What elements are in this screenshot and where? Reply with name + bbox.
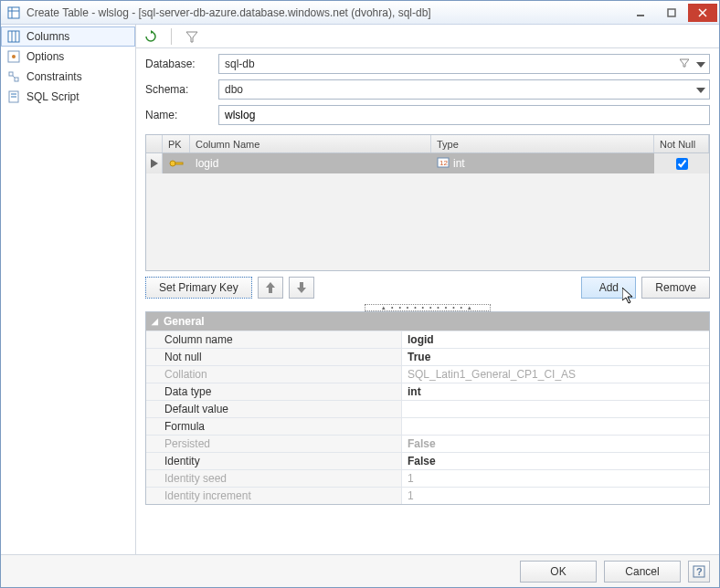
property-value[interactable]: True: [402, 349, 709, 365]
property-name: Identity: [146, 453, 402, 469]
name-input[interactable]: [218, 105, 710, 125]
constraints-icon: [6, 69, 21, 84]
add-button[interactable]: Add: [581, 277, 636, 299]
grid-header-type[interactable]: Type: [431, 135, 654, 152]
svg-rect-0: [8, 7, 19, 18]
svg-marker-19: [186, 32, 197, 42]
svg-rect-25: [175, 163, 183, 164]
remove-button[interactable]: Remove: [641, 277, 710, 299]
grid-cell-notnull[interactable]: [654, 153, 709, 173]
cancel-button[interactable]: Cancel: [604, 561, 681, 583]
schema-label: Schema:: [145, 83, 218, 96]
move-down-button[interactable]: [289, 277, 314, 299]
svg-marker-20: [680, 59, 689, 67]
svg-point-24: [170, 161, 175, 166]
property-row[interactable]: Column namelogid: [146, 331, 709, 348]
sql-icon: [6, 89, 21, 104]
cursor-icon: [622, 288, 637, 307]
property-value[interactable]: [402, 418, 709, 435]
svg-rect-12: [9, 72, 13, 76]
columns-icon: [6, 29, 21, 44]
svg-text:?: ?: [696, 566, 703, 577]
database-label: Database:: [145, 58, 218, 70]
property-row[interactable]: Not nullTrue: [146, 348, 709, 365]
property-value[interactable]: 1: [402, 470, 709, 487]
grid-header-name[interactable]: Column Name: [190, 135, 431, 152]
property-row[interactable]: Identity increment1: [146, 487, 709, 504]
columns-grid: PK Column Name Type Not Null logid 12 in…: [145, 134, 710, 271]
property-value[interactable]: [402, 401, 709, 417]
property-value[interactable]: False: [402, 436, 709, 452]
sidebar-item-label: Options: [26, 50, 64, 63]
property-row[interactable]: IdentityFalse: [146, 452, 709, 469]
svg-marker-30: [622, 288, 632, 303]
grid-header-notnull[interactable]: Not Null: [654, 135, 709, 152]
sidebar-item-label: Constraints: [26, 70, 82, 83]
svg-marker-23: [151, 159, 158, 168]
property-value[interactable]: 1: [402, 488, 709, 504]
property-row[interactable]: Default value: [146, 400, 709, 417]
property-name: Data type: [146, 383, 402, 400]
property-name: Column name: [146, 331, 402, 348]
help-button[interactable]: ?: [688, 561, 710, 583]
footer: OK Cancel ?: [1, 554, 719, 587]
property-value[interactable]: logid: [402, 331, 709, 348]
svg-rect-7: [8, 31, 19, 42]
svg-marker-21: [696, 62, 705, 68]
collapse-icon: ◢: [152, 317, 158, 326]
svg-rect-4: [668, 9, 675, 16]
maximize-button[interactable]: [657, 4, 686, 22]
chevron-down-icon[interactable]: [696, 83, 705, 96]
grid-cell-type[interactable]: 12 int: [431, 157, 654, 171]
row-caret-icon: [146, 153, 163, 173]
close-button[interactable]: [688, 4, 717, 22]
sidebar-item-options[interactable]: Options: [1, 47, 135, 67]
refresh-button[interactable]: [142, 27, 160, 46]
property-name: Identity increment: [146, 488, 402, 504]
svg-marker-29: [297, 282, 306, 293]
filter-button[interactable]: [183, 27, 201, 46]
schema-select[interactable]: dbo: [218, 79, 710, 100]
property-row[interactable]: PersistedFalse: [146, 435, 709, 452]
grid-header-pk[interactable]: PK: [163, 135, 190, 152]
filter-icon[interactable]: [680, 58, 689, 70]
name-label: Name:: [145, 109, 218, 121]
property-value[interactable]: SQL_Latin1_General_CP1_CI_AS: [402, 366, 709, 383]
notnull-checkbox[interactable]: [676, 158, 688, 170]
toolbar: [136, 25, 719, 48]
window-title: Create Table - wlslog - [sql-server-db-a…: [26, 6, 624, 19]
set-primary-key-button[interactable]: Set Primary Key: [145, 277, 252, 299]
property-name: Identity seed: [146, 470, 402, 487]
sidebar-item-constraints[interactable]: Constraints: [1, 67, 135, 87]
property-value[interactable]: int: [402, 383, 709, 400]
move-up-button[interactable]: [258, 277, 283, 299]
property-value[interactable]: False: [402, 453, 709, 469]
database-select[interactable]: sql-db: [218, 54, 710, 74]
titlebar: Create Table - wlslog - [sql-server-db-a…: [1, 1, 719, 25]
property-row[interactable]: Identity seed1: [146, 469, 709, 487]
property-name: Formula: [146, 418, 402, 435]
property-row[interactable]: Data typeint: [146, 383, 709, 400]
ok-button[interactable]: OK: [520, 561, 597, 583]
property-name: Not null: [146, 349, 402, 365]
sidebar-item-columns[interactable]: Columns: [1, 26, 135, 47]
properties-header[interactable]: ◢ General: [146, 312, 709, 331]
sidebar-item-label: SQL Script: [26, 90, 79, 103]
sidebar: Columns Options Constraints SQL Script: [1, 25, 136, 554]
type-icon: 12: [437, 157, 450, 171]
svg-text:12: 12: [439, 159, 448, 167]
property-name: Default value: [146, 401, 402, 417]
property-row[interactable]: CollationSQL_Latin1_General_CP1_CI_AS: [146, 365, 709, 383]
options-icon: [6, 49, 21, 64]
svg-line-14: [13, 76, 15, 78]
grid-row[interactable]: logid 12 int: [146, 153, 709, 173]
table-icon: [6, 5, 21, 20]
property-row[interactable]: Formula: [146, 417, 709, 435]
minimize-button[interactable]: [626, 4, 655, 22]
sidebar-item-sqlscript[interactable]: SQL Script: [1, 87, 135, 107]
grid-cell-name[interactable]: logid: [190, 157, 431, 170]
svg-marker-28: [266, 282, 275, 293]
svg-point-11: [12, 55, 16, 58]
svg-rect-13: [15, 78, 18, 81]
chevron-down-icon[interactable]: [696, 58, 705, 70]
